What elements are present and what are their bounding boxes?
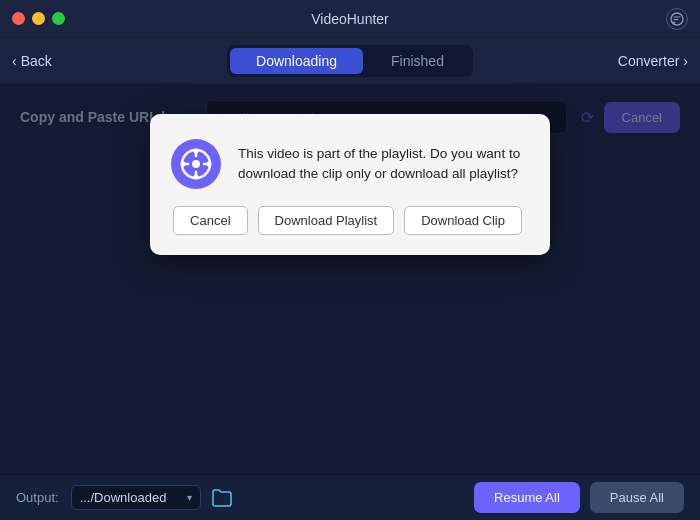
- dialog-message: This video is part of the playlist. Do y…: [238, 144, 522, 185]
- dialog-cancel-button[interactable]: Cancel: [173, 206, 247, 235]
- dialog-download-playlist-button[interactable]: Download Playlist: [258, 206, 395, 235]
- title-bar: VideoHunter: [0, 0, 700, 38]
- close-button[interactable]: [12, 12, 25, 25]
- svg-point-8: [194, 149, 199, 154]
- back-label: Back: [21, 53, 52, 69]
- window-controls[interactable]: [12, 12, 65, 25]
- main-area: Copy and Paste URL here: ⟳ Cancel: [0, 84, 700, 474]
- pause-all-button[interactable]: Pause All: [590, 482, 684, 513]
- chevron-left-icon: ‹: [12, 53, 17, 69]
- svg-point-3: [192, 160, 200, 168]
- svg-point-11: [207, 162, 212, 167]
- dialog-buttons: Cancel Download Playlist Download Clip: [170, 206, 522, 235]
- converter-label: Converter: [618, 53, 679, 69]
- film-reel-icon: [170, 138, 222, 190]
- minimize-button[interactable]: [32, 12, 45, 25]
- back-button[interactable]: ‹ Back: [12, 53, 52, 69]
- output-path-dropdown[interactable]: .../Downloaded ▾: [71, 485, 201, 510]
- dialog-overlay: This video is part of the playlist. Do y…: [0, 84, 700, 474]
- resume-all-button[interactable]: Resume All: [474, 482, 580, 513]
- dropdown-arrow-icon: ▾: [187, 492, 192, 503]
- title-bar-right: [666, 8, 688, 30]
- output-label: Output:: [16, 490, 59, 505]
- output-path-text: .../Downloaded: [80, 490, 181, 505]
- svg-point-9: [194, 175, 199, 180]
- dialog-box: This video is part of the playlist. Do y…: [150, 114, 550, 255]
- maximize-button[interactable]: [52, 12, 65, 25]
- nav-tabs: Downloading Finished: [227, 45, 473, 77]
- bottom-right-buttons: Resume All Pause All: [474, 482, 684, 513]
- dialog-download-clip-button[interactable]: Download Clip: [404, 206, 522, 235]
- app-title: VideoHunter: [311, 11, 389, 27]
- tab-finished[interactable]: Finished: [365, 48, 470, 74]
- open-folder-button[interactable]: [211, 488, 233, 508]
- chevron-right-icon: ›: [683, 53, 688, 69]
- svg-point-10: [181, 162, 186, 167]
- tab-downloading[interactable]: Downloading: [230, 48, 363, 74]
- converter-button[interactable]: Converter ›: [618, 53, 688, 69]
- dialog-content: This video is part of the playlist. Do y…: [170, 138, 522, 190]
- bottom-bar: Output: .../Downloaded ▾ Resume All Paus…: [0, 474, 700, 520]
- chat-icon[interactable]: [666, 8, 688, 30]
- nav-bar: ‹ Back Downloading Finished Converter ›: [0, 38, 700, 84]
